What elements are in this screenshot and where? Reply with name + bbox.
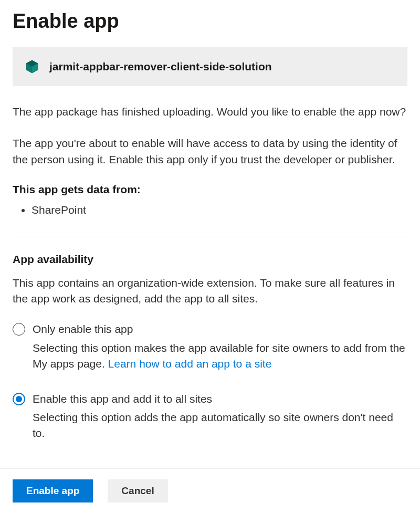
radio-description-add-all-sites: Selecting this option adds the app autom… <box>33 410 407 442</box>
app-banner: jarmit-appbar-remover-client-side-soluti… <box>13 47 407 86</box>
radio-label-add-all-sites[interactable]: Enable this app and add it to all sites <box>33 391 407 406</box>
availability-heading: App availability <box>13 253 407 266</box>
cancel-button[interactable]: Cancel <box>108 479 167 502</box>
data-from-heading: This app gets data from: <box>13 183 407 196</box>
availability-radio-group: Only enable this app Selecting this opti… <box>13 321 407 442</box>
page-title: Enable app <box>13 11 407 33</box>
app-name: jarmit-appbar-remover-client-side-soluti… <box>49 60 272 73</box>
radio-description-only-enable: Selecting this option makes the app avai… <box>33 340 407 372</box>
enable-app-button[interactable]: Enable app <box>13 479 93 502</box>
radio-label-only-enable[interactable]: Only enable this app <box>33 321 407 337</box>
availability-description: This app contains an organization-wide e… <box>13 275 407 307</box>
data-from-item: SharePoint <box>32 202 407 217</box>
intro-text: The app package has finished uploading. … <box>13 104 407 120</box>
app-package-icon <box>24 59 40 75</box>
dialog-footer: Enable app Cancel <box>0 468 420 513</box>
divider <box>13 237 407 237</box>
data-from-list: SharePoint <box>13 202 407 217</box>
radio-input-only-enable[interactable] <box>13 323 25 336</box>
warning-text: The app you're about to enable will have… <box>13 135 407 167</box>
learn-add-app-link[interactable]: Learn how to add an app to a site <box>108 358 272 370</box>
radio-option-add-all-sites[interactable]: Enable this app and add it to all sites … <box>13 391 407 442</box>
radio-option-only-enable[interactable]: Only enable this app Selecting this opti… <box>13 321 407 372</box>
radio-input-add-all-sites[interactable] <box>13 393 25 405</box>
